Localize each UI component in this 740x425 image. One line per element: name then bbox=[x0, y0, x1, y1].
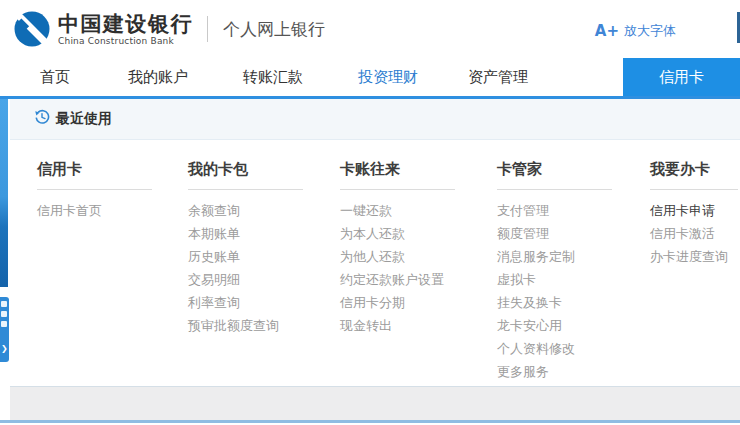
menu-link-repay-account-setup[interactable]: 约定还款账户设置 bbox=[340, 268, 455, 291]
menu-link-repay-others[interactable]: 为他人还款 bbox=[340, 245, 455, 268]
nav-item-accounts[interactable]: 我的账户 bbox=[128, 58, 188, 96]
column-title: 信用卡 bbox=[37, 160, 152, 190]
ccb-logo-icon bbox=[12, 9, 52, 49]
menu-link-application-progress[interactable]: 办卡进度查询 bbox=[650, 245, 738, 268]
font-plus-icon: A+ bbox=[595, 22, 619, 40]
column-title: 卡管家 bbox=[497, 160, 612, 190]
bottom-edge-line bbox=[0, 420, 740, 423]
column-title: 我要办卡 bbox=[650, 160, 738, 190]
menu-link-rate-inquiry[interactable]: 利率查询 bbox=[188, 291, 303, 314]
menu-link-card-application[interactable]: 信用卡申请 bbox=[650, 199, 738, 222]
menu-link-balance-inquiry[interactable]: 余额查询 bbox=[188, 199, 303, 222]
bank-name-cn: 中国建设银行 bbox=[58, 12, 193, 36]
menu-column-card-transactions: 卡账往来 一键还款 为本人还款 为他人还款 约定还款账户设置 信用卡分期 现金转… bbox=[340, 160, 455, 337]
menu-link-cash-transfer-out[interactable]: 现金转出 bbox=[340, 314, 455, 337]
nav-tab-credit-card-active[interactable]: 信用卡 bbox=[623, 58, 740, 96]
menu-link-profile-modify[interactable]: 个人资料修改 bbox=[497, 337, 612, 360]
left-edge-stripe bbox=[0, 99, 8, 287]
header-divider bbox=[207, 16, 208, 42]
menu-link-preapproved-limit[interactable]: 预审批额度查询 bbox=[188, 314, 303, 337]
menu-link-longcard-safe-use[interactable]: 龙卡安心用 bbox=[497, 314, 612, 337]
chevron-right-icon: ❯ bbox=[1, 345, 8, 353]
side-tab-glyph bbox=[1, 311, 7, 317]
menu-link-history-statement[interactable]: 历史账单 bbox=[188, 245, 303, 268]
ccb-personal-online-banking: 中国建设银行 China Construction Bank 个人网上银行 A+… bbox=[0, 0, 740, 425]
brand: 中国建设银行 China Construction Bank bbox=[58, 12, 193, 46]
menu-link-payment-management[interactable]: 支付管理 bbox=[497, 199, 612, 222]
menu-footer-strip bbox=[10, 386, 740, 420]
menu-link-credit-card-home[interactable]: 信用卡首页 bbox=[37, 199, 152, 222]
menu-column-card-manager: 卡管家 支付管理 额度管理 消息服务定制 虚拟卡 挂失及换卡 龙卡安心用 个人资… bbox=[497, 160, 612, 383]
nav-item-investment[interactable]: 投资理财 bbox=[358, 58, 418, 96]
history-clock-icon bbox=[34, 109, 50, 129]
column-title: 卡账往来 bbox=[340, 160, 455, 190]
menu-column-apply-card: 我要办卡 信用卡申请 信用卡激活 办卡进度查询 bbox=[650, 160, 738, 268]
menu-link-limit-management[interactable]: 额度管理 bbox=[497, 222, 612, 245]
menu-columns: 信用卡 信用卡首页 我的卡包 余额查询 本期账单 历史账单 交易明细 利率查询 … bbox=[10, 140, 740, 385]
column-title: 我的卡包 bbox=[188, 160, 303, 190]
recently-used-bar: 最近使用 bbox=[10, 99, 740, 140]
nav-item-transfer[interactable]: 转账汇款 bbox=[243, 58, 303, 96]
menu-column-my-cards: 我的卡包 余额查询 本期账单 历史账单 交易明细 利率查询 预审批额度查询 bbox=[188, 160, 303, 337]
menu-link-virtual-card[interactable]: 虚拟卡 bbox=[497, 268, 612, 291]
credit-card-mega-menu: 最近使用 信用卡 信用卡首页 我的卡包 余额查询 本期账单 历史账单 交易明细 … bbox=[10, 99, 740, 386]
portal-title: 个人网上银行 bbox=[223, 18, 325, 41]
menu-link-current-statement[interactable]: 本期账单 bbox=[188, 222, 303, 245]
menu-column-credit-card: 信用卡 信用卡首页 bbox=[37, 160, 152, 222]
bank-name-en: China Construction Bank bbox=[58, 36, 193, 46]
side-panel-tab[interactable]: ❯ bbox=[0, 297, 9, 362]
menu-link-loss-replace-card[interactable]: 挂失及换卡 bbox=[497, 291, 612, 314]
side-tab-glyph bbox=[1, 321, 7, 327]
side-tab-glyph bbox=[1, 301, 7, 307]
enlarge-font-label: 放大字体 bbox=[624, 22, 676, 40]
enlarge-font-button[interactable]: A+ 放大字体 bbox=[595, 22, 676, 40]
main-nav: 首页 我的账户 转账汇款 投资理财 资产管理 信用卡 bbox=[0, 58, 740, 96]
header: 中国建设银行 China Construction Bank 个人网上银行 A+… bbox=[0, 0, 740, 58]
menu-link-card-installments[interactable]: 信用卡分期 bbox=[340, 291, 455, 314]
menu-link-repay-self[interactable]: 为本人还款 bbox=[340, 222, 455, 245]
nav-item-home[interactable]: 首页 bbox=[40, 58, 70, 96]
menu-link-one-click-repay[interactable]: 一键还款 bbox=[340, 199, 455, 222]
recently-used-label: 最近使用 bbox=[56, 110, 112, 128]
nav-item-assets[interactable]: 资产管理 bbox=[468, 58, 528, 96]
menu-link-message-service[interactable]: 消息服务定制 bbox=[497, 245, 612, 268]
menu-link-card-activation[interactable]: 信用卡激活 bbox=[650, 222, 738, 245]
menu-link-more-services[interactable]: 更多服务 bbox=[497, 360, 612, 383]
menu-link-transaction-details[interactable]: 交易明细 bbox=[188, 268, 303, 291]
